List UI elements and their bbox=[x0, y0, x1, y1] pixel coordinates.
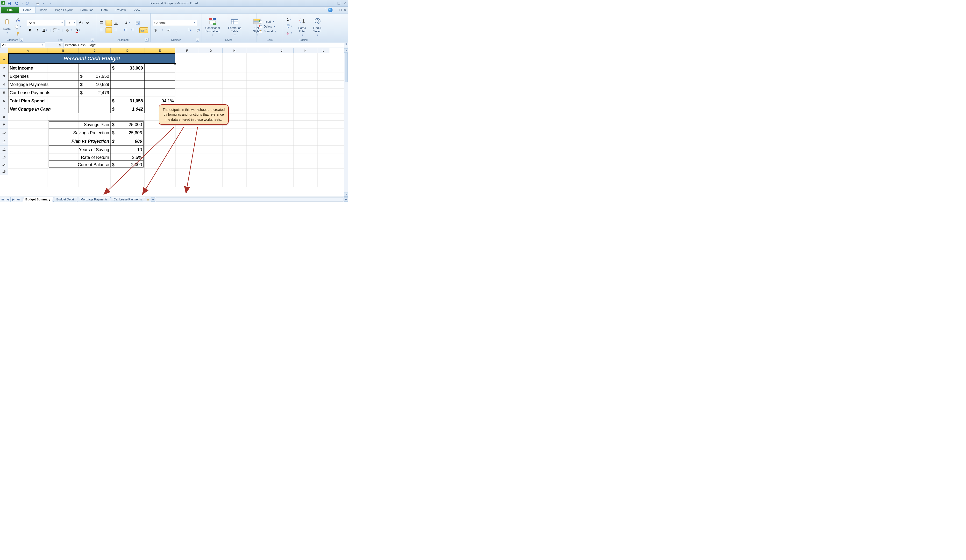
cell-D6[interactable]: $31,058 bbox=[111, 97, 145, 105]
fill-handle[interactable] bbox=[174, 63, 176, 64]
fx-button[interactable]: fx bbox=[57, 43, 63, 47]
close-button[interactable]: ✕ bbox=[342, 2, 347, 5]
font-name-select[interactable]: Arial▼ bbox=[27, 20, 65, 26]
alignment-dialog-launcher[interactable]: ↘ bbox=[145, 38, 148, 41]
align-left-button[interactable] bbox=[98, 27, 105, 33]
cell-C14[interactable]: Current Balance bbox=[49, 161, 111, 168]
col-header-I[interactable]: I bbox=[246, 48, 270, 53]
format-painter-button[interactable] bbox=[13, 31, 22, 37]
cell-A6[interactable]: Total Plan Spend bbox=[8, 97, 79, 105]
row-header-14[interactable]: 14 bbox=[0, 161, 8, 168]
font-size-select[interactable]: 14▼ bbox=[66, 20, 77, 26]
col-header-B[interactable]: B bbox=[48, 48, 79, 53]
cell-D2[interactable]: $33,000 bbox=[111, 64, 145, 72]
col-header-J[interactable]: J bbox=[270, 48, 294, 53]
ribbon-tab-review[interactable]: Review bbox=[112, 7, 130, 13]
col-header-L[interactable]: L bbox=[317, 48, 329, 53]
underline-button[interactable]: U▼ bbox=[41, 27, 49, 33]
decrease-decimal-button[interactable]: .00.0 bbox=[195, 27, 201, 33]
scroll-down-button[interactable]: ▼ bbox=[344, 192, 348, 197]
row-header-8[interactable]: 8 bbox=[0, 113, 8, 120]
clipboard-dialog-launcher[interactable]: ↘ bbox=[20, 38, 23, 41]
bold-button[interactable]: B bbox=[27, 27, 33, 33]
cell-D11[interactable]: $606 bbox=[111, 137, 143, 146]
col-header-F[interactable]: F bbox=[175, 48, 199, 53]
accounting-dropdown[interactable]: ▼ bbox=[161, 29, 163, 31]
cell-C11[interactable]: Plan vs Projection bbox=[49, 137, 111, 146]
sheet-nav-last[interactable]: ⏭ bbox=[16, 197, 21, 202]
orientation-button[interactable]: ab▼ bbox=[122, 20, 131, 26]
copy-button[interactable]: ▼ bbox=[13, 24, 22, 30]
cell-C4[interactable]: $10,629 bbox=[79, 80, 111, 89]
insert-cells-button[interactable]: Insert▼ bbox=[258, 20, 276, 24]
cell-C10[interactable]: Savings Projection bbox=[49, 129, 111, 137]
fill-button[interactable]: ▼ bbox=[285, 23, 294, 29]
find-select-button[interactable]: Find & Select▼ bbox=[311, 16, 324, 36]
align-middle-button[interactable] bbox=[105, 20, 112, 26]
scroll-right-button[interactable]: ▶ bbox=[344, 197, 348, 202]
number-format-select[interactable]: General▼ bbox=[153, 20, 197, 26]
qat-customize-button[interactable]: ▾ bbox=[48, 0, 54, 6]
row-header-2[interactable]: 2 bbox=[0, 64, 8, 72]
sheet-tab-budget-summary[interactable]: Budget Summary bbox=[22, 197, 54, 202]
align-right-button[interactable] bbox=[113, 27, 119, 33]
cell-C5[interactable]: $2,479 bbox=[79, 89, 111, 97]
cell-D13[interactable]: 3.5% bbox=[111, 154, 143, 161]
row-header-3[interactable]: 3 bbox=[0, 72, 8, 80]
conditional-formatting-button[interactable]: Conditional Formatting▼ bbox=[203, 16, 222, 36]
qat-undo-dropdown[interactable]: ▼ bbox=[21, 2, 23, 4]
select-all-corner[interactable] bbox=[0, 48, 8, 53]
scroll-up-button[interactable]: ▲ bbox=[344, 48, 348, 53]
name-box[interactable]: A1▼ bbox=[0, 43, 45, 48]
font-dialog-launcher[interactable]: ↘ bbox=[91, 38, 94, 41]
row-header-1[interactable]: 1 bbox=[0, 53, 8, 64]
help-icon[interactable]: ? bbox=[328, 8, 333, 12]
percent-format-button[interactable]: % bbox=[166, 27, 171, 33]
cell-D7[interactable]: $1,942 bbox=[111, 105, 145, 113]
cell-A5[interactable]: Car Lease Payments bbox=[8, 89, 79, 97]
col-header-D[interactable]: D bbox=[111, 48, 145, 53]
horizontal-scroll-track[interactable] bbox=[156, 197, 343, 202]
cell-E6[interactable]: 94.1% bbox=[145, 97, 175, 105]
accounting-format-button[interactable]: $ bbox=[153, 27, 158, 33]
comma-format-button[interactable]: , bbox=[174, 27, 180, 33]
sheet-tab-car-lease-payments[interactable]: Car Lease Payments bbox=[110, 197, 145, 202]
restore-button[interactable]: ❐ bbox=[337, 2, 342, 5]
ribbon-tab-view[interactable]: View bbox=[130, 7, 144, 13]
qat-save-button[interactable] bbox=[6, 0, 13, 6]
col-header-E[interactable]: E bbox=[145, 48, 175, 53]
cell-C13[interactable]: Rate of Return bbox=[49, 154, 111, 161]
decrease-indent-button[interactable] bbox=[122, 27, 129, 33]
merge-center-button[interactable]: a▼ bbox=[140, 27, 148, 33]
row-header-6[interactable]: 6 bbox=[0, 97, 8, 105]
cell-D10[interactable]: $25,606 bbox=[111, 129, 143, 137]
increase-decimal-button[interactable]: .0.00 bbox=[186, 27, 193, 33]
qat-redo-button[interactable] bbox=[24, 0, 30, 6]
cell-C9[interactable]: Savings Plan bbox=[49, 120, 111, 129]
cell-C3[interactable]: $17,950 bbox=[79, 72, 111, 80]
grow-font-button[interactable]: A▴ bbox=[78, 20, 84, 26]
increase-indent-button[interactable] bbox=[130, 27, 136, 33]
sheet-nav-prev[interactable]: ◀ bbox=[5, 197, 11, 202]
ribbon-tab-insert[interactable]: Insert bbox=[36, 7, 51, 13]
horizontal-scrollbar[interactable]: ◀ ▶ bbox=[151, 197, 348, 202]
autosum-button[interactable]: Σ▼ bbox=[285, 16, 294, 23]
ribbon-tab-formulas[interactable]: Formulas bbox=[77, 7, 97, 13]
ribbon-tab-page-layout[interactable]: Page Layout bbox=[51, 7, 77, 13]
ribbon-minimize-icon[interactable]: ˆ bbox=[325, 8, 326, 12]
format-cells-button[interactable]: Format▼ bbox=[258, 29, 276, 34]
workbook-minimize-button[interactable]: — bbox=[335, 8, 337, 12]
qat-print-dropdown[interactable]: ▼ bbox=[43, 2, 44, 4]
cell-D14[interactable]: $2,000 bbox=[111, 161, 143, 168]
sheet-nav-next[interactable]: ▶ bbox=[11, 197, 16, 202]
qat-redo-dropdown[interactable]: ▼ bbox=[32, 2, 34, 4]
row-header-11[interactable]: 11 bbox=[0, 137, 8, 146]
row-header-13[interactable]: 13 bbox=[0, 154, 8, 161]
format-as-table-button[interactable]: Format as Table▼ bbox=[225, 16, 244, 36]
wrap-text-button[interactable]: ab bbox=[135, 20, 141, 26]
col-header-A[interactable]: A bbox=[8, 48, 48, 53]
cell-D9[interactable]: $25,000 bbox=[111, 120, 143, 129]
row-header-5[interactable]: 5 bbox=[0, 89, 8, 97]
cell-C12[interactable]: Years of Saving bbox=[49, 146, 111, 154]
sheet-nav-first[interactable]: ⏮ bbox=[0, 197, 5, 202]
